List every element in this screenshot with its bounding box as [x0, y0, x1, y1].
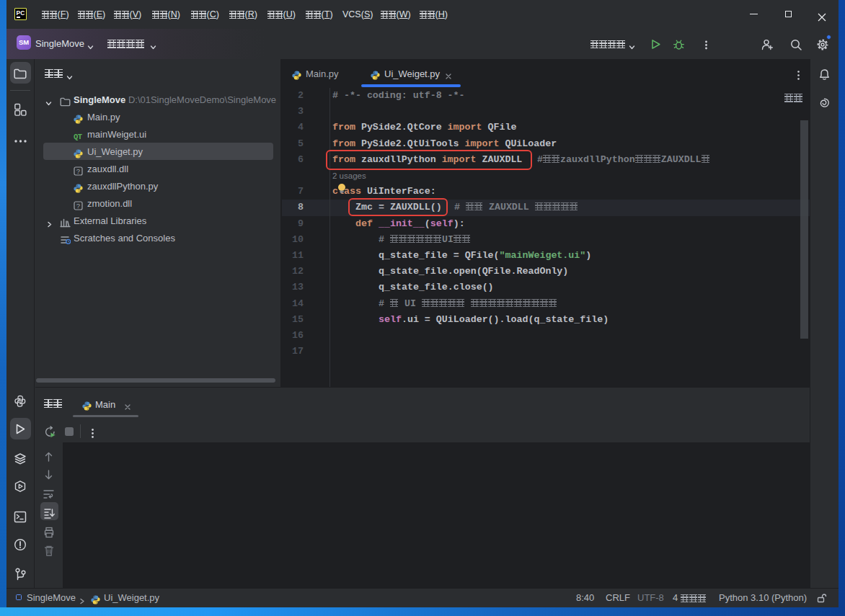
svg-text:?: ?	[76, 202, 80, 210]
svg-text:?: ?	[76, 167, 80, 175]
